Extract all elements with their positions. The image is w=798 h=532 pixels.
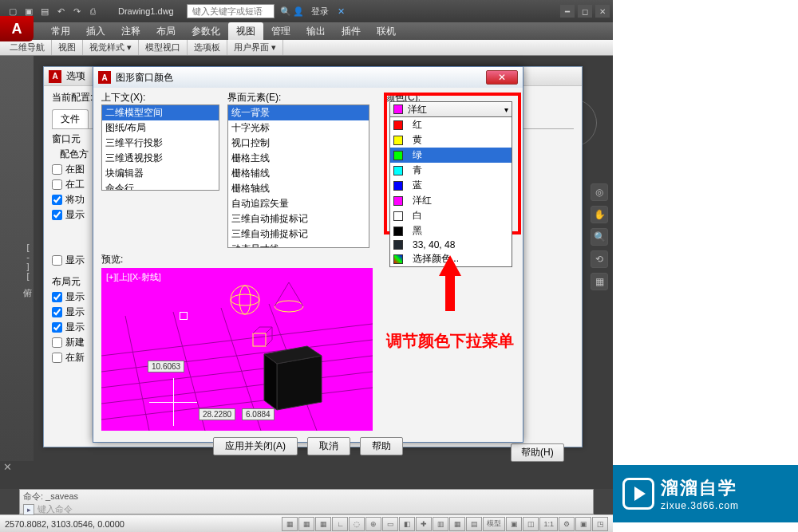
status-btn[interactable]: ✚	[416, 517, 432, 531]
ribbon-tab-param[interactable]: 参数化	[184, 22, 228, 40]
cmd-close-icon[interactable]: ✕	[3, 461, 12, 473]
options-tab-file[interactable]: 文件	[52, 109, 89, 128]
list-item[interactable]: 命令行	[102, 181, 219, 191]
list-item[interactable]: 视口控制	[228, 136, 369, 151]
watermark-title: 溜溜自学	[661, 476, 739, 500]
panel-2dnav[interactable]: 二维导航	[3, 40, 52, 55]
status-btn[interactable]: ▦	[298, 517, 314, 531]
status-scale[interactable]: 1:1	[539, 517, 558, 531]
search-icon[interactable]: 🔍	[279, 5, 292, 18]
status-model[interactable]: 模型	[483, 517, 505, 531]
ribbon-tab-plugin[interactable]: 插件	[334, 22, 369, 40]
status-btn[interactable]: ◌	[349, 517, 365, 531]
panel-palettes[interactable]: 选项板	[188, 40, 227, 55]
status-btn[interactable]: ▥	[433, 517, 448, 531]
color-dialog-title: 图形窗口颜色	[116, 71, 173, 85]
ribbon-tab-insert[interactable]: 插入	[78, 22, 113, 40]
list-item[interactable]: 三维平行投影	[102, 136, 219, 151]
nav-orbit-icon[interactable]: ⟲	[591, 250, 608, 268]
list-item[interactable]: 三维自动捕捉标记	[228, 211, 369, 227]
color-option-cyan[interactable]: 青	[390, 163, 512, 178]
color-option-blue[interactable]: 蓝	[390, 178, 512, 193]
status-btn[interactable]: ▤	[466, 517, 482, 531]
ribbon-tab-manage[interactable]: 管理	[263, 22, 298, 40]
color-option-magenta[interactable]: 洋红	[390, 193, 512, 208]
qat-undo-icon[interactable]: ↶	[54, 5, 67, 18]
minimize-button[interactable]: ━	[560, 5, 575, 18]
login-label[interactable]: 登录	[311, 6, 329, 18]
nav-zoom-icon[interactable]: 🔍	[591, 228, 608, 246]
ribbon-tab-annotate[interactable]: 注释	[113, 22, 148, 40]
status-btn[interactable]: ▣	[575, 517, 591, 531]
color-option-red[interactable]: 红	[390, 117, 512, 132]
list-item[interactable]: 栅格辅线	[228, 166, 369, 181]
status-btn[interactable]: ⊕	[365, 517, 381, 531]
list-item[interactable]: 自动追踪矢量	[228, 196, 369, 211]
color-dialog-close-button[interactable]: ✕	[486, 70, 518, 85]
status-btn[interactable]: ◧	[399, 517, 415, 531]
list-item[interactable]: 二维模型空间	[102, 105, 219, 120]
status-btn[interactable]: ◳	[592, 517, 608, 531]
color-option-green[interactable]: 绿	[390, 148, 512, 163]
qat-print-icon[interactable]: ⎙	[86, 5, 99, 18]
color-option-rgb[interactable]: 33, 40, 48	[390, 238, 512, 251]
palette-collapse-bar[interactable]: [-][俯	[0, 56, 34, 461]
navigation-bar: ◎ ✋ 🔍 ⟲ ▦	[589, 183, 610, 407]
qat-redo-icon[interactable]: ↷	[70, 5, 83, 18]
color-option-white[interactable]: 白	[390, 208, 512, 223]
command-line[interactable]: 命令: _saveas ▸键入命令	[19, 489, 594, 514]
color-dropdown-selected-label: 洋红	[408, 103, 427, 116]
login-icon[interactable]: 👤	[292, 5, 305, 18]
status-btn[interactable]: ▦	[449, 517, 465, 531]
nav-wheel-icon[interactable]: ◎	[591, 183, 608, 201]
list-item[interactable]: 动态尺寸线	[228, 242, 369, 248]
ribbon-tab-view[interactable]: 视图	[228, 22, 263, 40]
list-item[interactable]: 栅格轴线	[228, 181, 369, 196]
status-btn[interactable]: ▣	[506, 517, 522, 531]
nav-pan-icon[interactable]: ✋	[591, 206, 608, 223]
help-button[interactable]: 帮助	[360, 437, 403, 455]
apply-and-close-button[interactable]: 应用并关闭(A)	[213, 437, 298, 455]
svg-line-2	[101, 356, 373, 388]
ribbon-tab-output[interactable]: 输出	[298, 22, 334, 40]
panel-visualstyle[interactable]: 视觉样式 ▾	[83, 40, 139, 55]
panel-ui[interactable]: 用户界面 ▾	[227, 40, 283, 55]
maximize-button[interactable]: ◻	[578, 5, 592, 18]
list-item[interactable]: 三维透视投影	[102, 151, 219, 166]
list-item[interactable]: 栅格主线	[228, 151, 369, 166]
list-item[interactable]: 三维自动捕捉标记	[228, 227, 369, 242]
status-btn[interactable]: ∟	[332, 517, 348, 531]
color-dialog-titlebar[interactable]: A 图形窗口颜色 ✕	[93, 67, 523, 88]
ribbon-tab-home[interactable]: 常用	[43, 22, 78, 40]
element-listbox[interactable]: 统一背景 十字光标 视口控制 栅格主线 栅格辅线 栅格轴线 自动追踪矢量 三维自…	[227, 104, 369, 248]
panel-modelvp[interactable]: 模型视口	[139, 40, 188, 55]
status-btn[interactable]: ◫	[523, 517, 539, 531]
color-dropdown[interactable]: 洋红 ▾ 红 黄 绿 青 蓝 洋红 白 黑 33, 40, 48 选择颜色...	[389, 101, 512, 267]
nav-showmotion-icon[interactable]: ▦	[591, 273, 608, 290]
list-item[interactable]: 十字光标	[228, 120, 369, 136]
color-dropdown-closed[interactable]: 洋红 ▾	[389, 101, 512, 117]
list-item[interactable]: 块编辑器	[102, 166, 219, 181]
color-option-yellow[interactable]: 黄	[390, 132, 512, 148]
color-option-black[interactable]: 黑	[390, 223, 512, 238]
ribbon-tab-online[interactable]: 联机	[369, 22, 404, 40]
exchange-icon[interactable]: ✕	[335, 5, 348, 18]
status-btn[interactable]: ▦	[282, 517, 298, 531]
list-item[interactable]: 图纸/布局	[102, 120, 219, 136]
document-name: Drawing1.dwg	[118, 6, 174, 16]
list-item[interactable]: 统一背景	[228, 105, 369, 120]
help-search-input[interactable]	[187, 4, 275, 18]
status-btn[interactable]: ⚙	[559, 517, 575, 531]
app-logo[interactable]: A	[0, 16, 34, 41]
panel-view[interactable]: 视图	[52, 40, 83, 55]
close-button[interactable]: ✕	[595, 5, 610, 18]
svg-line-17	[266, 327, 272, 333]
color-dropdown-list[interactable]: 红 黄 绿 青 蓝 洋红 白 黑 33, 40, 48 选择颜色...	[389, 117, 512, 267]
status-btn[interactable]: ▭	[382, 517, 398, 531]
context-listbox[interactable]: 二维模型空间 图纸/布局 三维平行投影 三维透视投影 块编辑器 命令行 打印预览	[101, 104, 219, 191]
status-btn[interactable]: ▦	[315, 517, 331, 531]
cmd-prompt-icon: ▸	[23, 504, 34, 515]
ribbon-tab-layout[interactable]: 布局	[148, 22, 184, 40]
qat-save-icon[interactable]: ▤	[38, 5, 51, 18]
cancel-button[interactable]: 取消	[307, 437, 350, 455]
